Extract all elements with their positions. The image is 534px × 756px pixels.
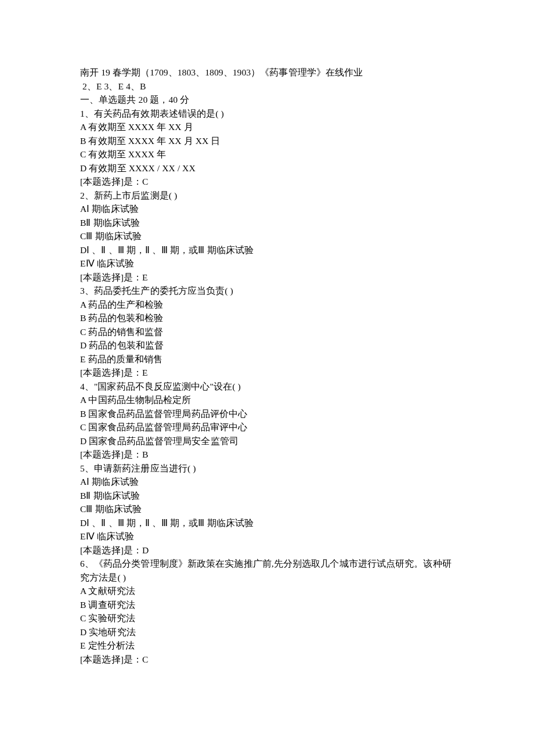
- question-option: EⅣ 临床试验: [80, 257, 454, 271]
- question-option: D 实地研究法: [80, 625, 454, 639]
- question-option: C 有效期至 XXXX 年: [80, 147, 454, 161]
- question-option: DⅠ 、Ⅱ 、Ⅲ 期，Ⅱ 、Ⅲ 期，或Ⅲ 期临床试验: [80, 243, 454, 257]
- question-option: C 药品的销售和监督: [80, 325, 454, 339]
- question-option: D 药品的包装和监督: [80, 339, 454, 352]
- question-option: CⅢ 期临床试验: [80, 502, 454, 516]
- question-answer: [本题选择]是：C: [80, 653, 454, 667]
- question-option: A 有效期至 XXXX 年 XX 月: [80, 120, 454, 134]
- question-answer: [本题选择]是：C: [80, 175, 454, 189]
- document-page: 南开 19 春学期（1709、1803、1809、1903）《药事管理学》在线作…: [0, 0, 534, 736]
- section-heading: 一、单选题共 20 题，40 分: [80, 93, 454, 107]
- question-answer: [本题选择]是：E: [80, 366, 454, 380]
- question-option: E 药品的质量和销售: [80, 352, 454, 366]
- question-option: BⅡ 期临床试验: [80, 216, 454, 230]
- question-option: CⅢ 期临床试验: [80, 229, 454, 243]
- question-prompt: 5、申请新药注册应当进行( ): [80, 462, 454, 476]
- question-option: B 有效期至 XXXX 年 XX 月 XX 日: [80, 134, 454, 148]
- question-option: DⅠ 、Ⅱ 、Ⅲ 期，Ⅱ 、Ⅲ 期，或Ⅲ 期临床试验: [80, 516, 454, 530]
- question-option: C 国家食品药品监督管理局药品审评中心: [80, 420, 454, 434]
- header-line-1: 南开 19 春学期（1709、1803、1809、1903）《药事管理学》在线作…: [80, 66, 454, 80]
- header-line-2: 2、E 3、E 4、B: [80, 80, 454, 93]
- question-prompt: 4、"国家药品不良反应监测中心"设在( ): [80, 380, 454, 394]
- question-option: EⅣ 临床试验: [80, 530, 454, 543]
- question-option: A 中国药品生物制品检定所: [80, 393, 454, 407]
- question-prompt: 3、药品委托生产的委托方应当负责( ): [80, 284, 454, 298]
- question-answer: [本题选择]是：B: [80, 448, 454, 462]
- question-answer: [本题选择]是：D: [80, 543, 454, 557]
- question-option: B 药品的包装和检验: [80, 311, 454, 325]
- question-option: D 国家食品药品监督管理局安全监管司: [80, 434, 454, 448]
- question-prompt: 1、有关药品有效期表述错误的是( ): [80, 107, 454, 121]
- question-option: C 实验研究法: [80, 611, 454, 625]
- question-option: AⅠ 期临床试验: [80, 202, 454, 216]
- question-option: A 药品的生产和检验: [80, 298, 454, 312]
- question-option: A 文献研究法: [80, 584, 454, 598]
- question-prompt: 2、新药上市后监测是( ): [80, 189, 454, 203]
- question-option: D 有效期至 XXXX / XX / XX: [80, 161, 454, 175]
- question-option: AⅠ 期临床试验: [80, 475, 454, 489]
- question-answer: [本题选择]是：E: [80, 271, 454, 285]
- question-option: B 国家食品药品监督管理局药品评价中心: [80, 407, 454, 421]
- question-option: E 定性分析法: [80, 639, 454, 653]
- question-prompt: 6、《药品分类管理制度》新政策在实施推广前,先分别选取几个城市进行试点研究。该种…: [80, 557, 454, 584]
- question-option: B 调查研究法: [80, 598, 454, 612]
- question-option: BⅡ 期临床试验: [80, 489, 454, 503]
